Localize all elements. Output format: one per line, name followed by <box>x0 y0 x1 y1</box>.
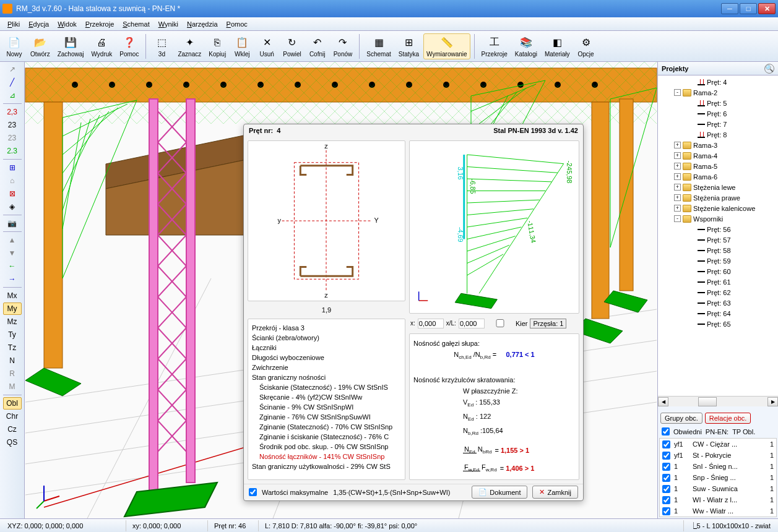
lt-2,3[interactable]: 2,3 <box>3 106 22 118</box>
load-row[interactable]: yf1St - Pokrycie1 <box>660 450 776 461</box>
relacje-obc-button[interactable]: Relacje obc. <box>705 413 751 424</box>
tree-node[interactable]: Pręt: 8 <box>659 129 777 140</box>
maxval-checkbox[interactable] <box>249 488 257 496</box>
tb-cofnij[interactable]: ↶Cofnij <box>306 33 329 59</box>
lt-QS[interactable]: QS <box>3 436 22 448</box>
result-line[interactable]: Skręcanie - 4% (yf2)CW StSnIWw <box>252 392 401 402</box>
tb-powiel[interactable]: ↻Powiel <box>280 33 304 59</box>
result-line[interactable]: Ściskanie (Stateczność) - 19% CW StSnIS <box>252 382 401 392</box>
tb-zachowaj[interactable]: 💾Zachowaj <box>54 33 87 59</box>
close-button[interactable]: ✕ <box>758 3 776 14</box>
lt-23[interactable]: 23 <box>3 119 22 131</box>
result-line[interactable]: Zginanie i ściskanie (Stateczność) - 76%… <box>252 432 401 442</box>
tree-node[interactable]: Pręt: 4 <box>659 77 777 87</box>
coord-x-input[interactable] <box>418 319 444 328</box>
zamknij-button[interactable]: ✕ Zamknij <box>532 486 578 499</box>
load-row[interactable]: 1Suw - Suwnica1 <box>660 483 776 494</box>
tb-statyka[interactable]: ⊞Statyka <box>395 33 422 59</box>
menu-wyniki[interactable]: Wyniki <box>155 19 182 29</box>
lt-↗[interactable]: ↗ <box>3 63 22 75</box>
lt-▲[interactable]: ▲ <box>3 234 22 246</box>
tree-node[interactable]: Pręt: 7 <box>659 119 777 129</box>
lt-My[interactable]: My <box>3 302 22 315</box>
lt-Tz[interactable]: Tz <box>3 341 22 354</box>
result-line[interactable]: Stan graniczny użytkowalności - 29% CW S… <box>252 461 401 471</box>
tree-node[interactable]: Pręt: 6 <box>659 108 777 119</box>
tree-node[interactable]: -Wsporniki <box>659 213 777 224</box>
result-line[interactable]: Nośność łączników - 141% CW StSnISnp <box>252 452 401 461</box>
lt-Mz[interactable]: Mz <box>3 315 22 328</box>
lt-Chr[interactable]: Chr <box>3 410 22 423</box>
lt-╱[interactable]: ╱ <box>3 76 22 88</box>
lt-R[interactable]: R <box>3 367 22 380</box>
results-list[interactable]: Przekrój - klasa 3Ścianki (żebra/otwory)… <box>248 319 405 480</box>
lt-Obl[interactable]: Obl <box>3 397 22 410</box>
lt-⌂[interactable]: ⌂ <box>3 174 22 187</box>
lt-Cz[interactable]: Cz <box>3 423 22 435</box>
result-line[interactable]: Ścinanie - 9% CW StSnISnpWI <box>252 402 401 412</box>
grupy-obc-button[interactable]: Grupy obc. <box>660 413 702 424</box>
tree-node[interactable]: +Rama-4 <box>659 150 777 161</box>
menu-przekroje[interactable]: Przekroje <box>82 19 118 29</box>
menu-schemat[interactable]: Schemat <box>119 19 153 29</box>
tb-schemat[interactable]: ▦Schemat <box>363 33 394 59</box>
tree-node[interactable]: Pręt: 64 <box>659 308 777 319</box>
lt-▼[interactable]: ▼ <box>3 247 22 259</box>
obwiedni-checkbox[interactable] <box>662 427 670 435</box>
tree-node[interactable]: Pręt: 59 <box>659 255 777 266</box>
result-line[interactable]: Przekrój - klasa 3 <box>252 323 401 333</box>
minimize-button[interactable]: ─ <box>721 3 738 14</box>
result-line[interactable]: Łączniki <box>252 343 401 353</box>
tb-otwórz[interactable]: 📂Otwórz <box>27 33 53 59</box>
result-line[interactable]: Zginanie - 76% CW StSnISnpSuwWI <box>252 412 401 422</box>
tb-wydruk[interactable]: 🖨Wydruk <box>88 33 115 59</box>
tb-katalogi[interactable]: 📚Katalogi <box>512 33 540 59</box>
tree-node[interactable]: Pręt: 57 <box>659 234 777 245</box>
menu-edycja[interactable]: Edycja <box>25 19 53 29</box>
lt-→[interactable]: → <box>3 273 22 285</box>
tb-pomoc[interactable]: ❓Pomoc <box>116 33 142 59</box>
result-line[interactable]: Ścianki (żebra/otwory) <box>252 333 401 343</box>
lt-Ty[interactable]: Ty <box>3 328 22 341</box>
lt-N[interactable]: N <box>3 354 22 367</box>
tb-nowy[interactable]: 📄Nowy <box>2 33 26 59</box>
lt-2.3[interactable]: 2.3 <box>3 145 22 157</box>
tree-node[interactable]: Pręt: 62 <box>659 287 777 298</box>
load-row[interactable]: 1Snp - Śnieg ...1 <box>660 472 776 483</box>
tb-3d[interactable]: ⬚3d <box>150 33 173 59</box>
tree-node[interactable]: +Rama-3 <box>659 140 777 150</box>
lt-←[interactable]: ← <box>3 260 22 272</box>
load-row[interactable]: 1WI - Wiatr z l...1 <box>660 494 776 505</box>
result-line[interactable]: Środnik pod obc. skup. - 0% CW StSnISnp <box>252 442 401 452</box>
result-line[interactable]: Zginanie (Stateczność) - 70% CW StSnISnp <box>252 422 401 432</box>
tree-node[interactable]: Pręt: 58 <box>659 245 777 255</box>
menu-pliki[interactable]: Pliki <box>4 19 24 29</box>
tree-node[interactable]: Pręt: 61 <box>659 277 777 287</box>
lt-📷[interactable]: 📷 <box>3 217 22 230</box>
tb-przekroje[interactable]: 工Przekroje <box>478 33 511 59</box>
tb-zaznacz[interactable]: ✦Zaznacz <box>175 33 204 59</box>
tree-node[interactable]: Pręt: 63 <box>659 298 777 308</box>
lt-M[interactable]: M <box>3 380 22 393</box>
tree-node[interactable]: -Rama-2 <box>659 87 777 98</box>
result-line[interactable]: Długości wyboczeniowe <box>252 353 401 363</box>
load-row[interactable]: 1SnI - Śnieg n...1 <box>660 461 776 472</box>
tree-node[interactable]: Pręt: 5 <box>659 98 777 108</box>
result-line[interactable]: Stan graniczny nośności <box>252 372 401 382</box>
tb-opcje[interactable]: ⚙Opcje <box>574 33 598 59</box>
tree-scrollbar[interactable]: ◀▶ <box>658 396 778 406</box>
lt-⊞[interactable]: ⊞ <box>3 161 22 174</box>
lt-◈[interactable]: ◈ <box>3 200 22 213</box>
lt-⊿[interactable]: ⊿ <box>3 89 22 101</box>
project-tree[interactable]: Pręt: 4-Rama-2Pręt: 5Pręt: 6Pręt: 7Pręt:… <box>658 75 778 396</box>
load-row[interactable]: yf1CW - Ciężar ...1 <box>660 439 776 450</box>
tree-node[interactable]: Pręt: 56 <box>659 224 777 234</box>
przesla-button[interactable]: Przęsła: 1 <box>530 319 566 328</box>
search-icon[interactable]: 🔍 <box>764 64 774 74</box>
dokument-button[interactable]: 📄 Dokument <box>472 486 527 499</box>
tree-node[interactable]: +Stężenie kalenicowe <box>659 203 777 213</box>
maximize-button[interactable]: □ <box>740 3 757 14</box>
tree-node[interactable]: +Rama-6 <box>659 171 777 182</box>
lt-Mx[interactable]: Mx <box>3 290 22 302</box>
menu-widok[interactable]: Widok <box>54 19 80 29</box>
